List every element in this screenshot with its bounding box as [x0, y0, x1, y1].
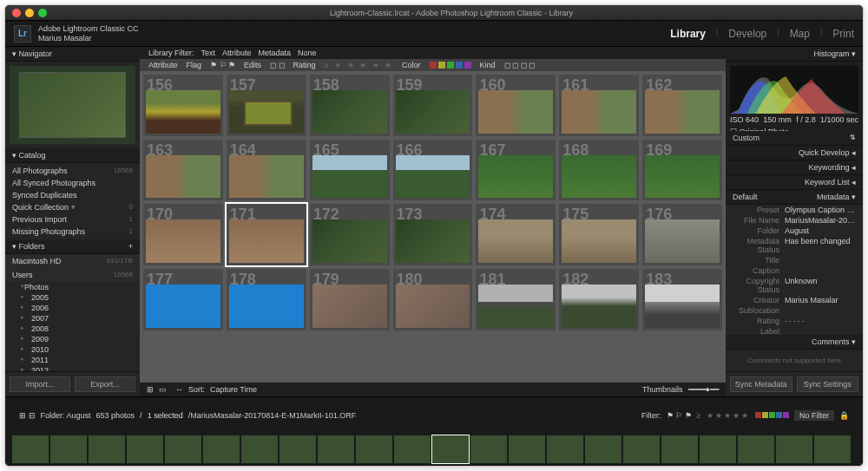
users-folder[interactable]: Users16568	[5, 268, 140, 282]
thumbnail-171[interactable]: 171	[227, 204, 306, 265]
filmstrip-thumb[interactable]	[776, 435, 812, 463]
folders-header[interactable]: ▾ Folders+	[5, 239, 140, 254]
folder-2009[interactable]: 2009	[5, 334, 140, 344]
meta-rating[interactable]: Rating· · · · ·	[726, 316, 863, 326]
meta-preset[interactable]: PresetOlympus Caption Clea...	[726, 205, 863, 215]
thumbnail-176[interactable]: 176	[642, 204, 722, 265]
filmstrip-thumb[interactable]	[700, 435, 736, 463]
filter-text[interactable]: Text	[201, 49, 216, 57]
filter-attribute[interactable]: Attribute	[222, 49, 252, 57]
thumbnail-178[interactable]: 178	[227, 269, 306, 330]
meta-copyright-status[interactable]: Copyright StatusUnknown	[726, 276, 863, 295]
import-button[interactable]: Import...	[10, 376, 70, 392]
thumbnail-156[interactable]: 156	[143, 75, 223, 136]
thumbnail-174[interactable]: 174	[476, 204, 556, 265]
meta-folder[interactable]: FolderAugust	[726, 226, 863, 236]
thumbnail-182[interactable]: 182	[559, 269, 639, 330]
meta-file-name[interactable]: File NameMariusMasalar-20170814-E-M1Mark…	[726, 215, 863, 226]
folder-2007[interactable]: 2007	[5, 313, 140, 324]
thumbnail-167[interactable]: 167	[476, 140, 556, 201]
navigator-header[interactable]: ▾ Navigator	[5, 47, 140, 62]
thumbnail-180[interactable]: 180	[393, 269, 473, 330]
catalog-quick[interactable]: Quick Collection +0	[5, 201, 140, 213]
filmstrip-thumb[interactable]	[814, 435, 851, 463]
filter-none[interactable]: None	[298, 49, 317, 57]
module-print[interactable]: Print	[832, 28, 854, 40]
catalog-prev-import[interactable]: Previous Import1	[5, 213, 140, 226]
filmstrip[interactable]	[5, 433, 863, 466]
filmstrip-thumb[interactable]	[470, 435, 507, 463]
sync-settings-button[interactable]: Sync Settings	[797, 376, 859, 392]
folder-2010[interactable]: 2010	[5, 344, 140, 355]
navigator-preview[interactable]	[10, 66, 135, 144]
thumbnail-158[interactable]: 158	[310, 75, 390, 136]
thumbnail-slider[interactable]: ━━━━●━━	[688, 385, 719, 394]
folder-2005[interactable]: 2005	[5, 292, 140, 303]
histogram-header[interactable]: Histogram ▾	[726, 47, 863, 62]
thumbnail-183[interactable]: 183	[642, 269, 722, 330]
filmstrip-thumb[interactable]	[241, 435, 278, 463]
filmstrip-thumb[interactable]	[432, 435, 469, 463]
filmstrip-thumb[interactable]	[509, 435, 545, 463]
thumbnail-170[interactable]: 170	[143, 204, 223, 265]
folder-2008[interactable]: 2008	[5, 324, 140, 334]
catalog-all-photos[interactable]: All Photographs16569	[5, 165, 140, 177]
histogram[interactable]: ISO 640 150 mm f / 2.8 1/1000 sec ☐ Orig…	[726, 62, 863, 131]
thumbnail-168[interactable]: 168	[559, 140, 639, 201]
export-button[interactable]: Export...	[75, 376, 135, 392]
meta-sublocation[interactable]: Sublocation	[726, 305, 863, 316]
thumbnail-160[interactable]: 160	[476, 75, 556, 136]
thumbnail-175[interactable]: 175	[559, 204, 639, 265]
catalog-missing[interactable]: Missing Photographs1	[5, 226, 140, 238]
filmstrip-thumb[interactable]	[547, 435, 583, 463]
close-icon[interactable]	[12, 9, 21, 17]
grid-view-icon[interactable]: ⊞	[147, 385, 154, 394]
filmstrip-thumb[interactable]	[12, 435, 49, 463]
meta-label[interactable]: Label	[726, 326, 863, 335]
filter-metadata[interactable]: Metadata	[259, 49, 292, 57]
filmstrip-thumb[interactable]	[585, 435, 621, 463]
thumbnail-179[interactable]: 179	[310, 269, 390, 330]
thumbnail-159[interactable]: 159	[393, 75, 473, 136]
thumbnail-157[interactable]: 157	[227, 75, 306, 136]
sync-metadata-button[interactable]: Sync Metadata	[730, 376, 792, 392]
folder-2011[interactable]: 2011	[5, 355, 140, 365]
thumbnail-177[interactable]: 177	[143, 269, 223, 330]
thumbnail-172[interactable]: 172	[310, 204, 390, 265]
comments-header[interactable]: Comments ▾	[726, 335, 863, 350]
meta-title[interactable]: Title	[726, 255, 863, 265]
catalog-synced[interactable]: All Synced Photographs	[5, 177, 140, 189]
keywording-header[interactable]: Keywording ◂	[726, 160, 863, 175]
keyword-list-header[interactable]: Keyword List ◂	[726, 175, 863, 190]
metadata-header[interactable]: DefaultMetadata ▾	[726, 190, 863, 205]
loupe-view-icon[interactable]: ▭	[159, 385, 167, 394]
filmstrip-thumb[interactable]	[738, 435, 774, 463]
folder-2012[interactable]: 2012	[5, 365, 140, 371]
filter-preset[interactable]: No Filter	[794, 410, 834, 421]
thumbnail-161[interactable]: 161	[559, 75, 639, 136]
catalog-synced-dup[interactable]: Synced Duplicates	[5, 189, 140, 201]
filmstrip-thumb[interactable]	[203, 435, 240, 463]
sort-dropdown[interactable]: Capture Time	[210, 385, 257, 394]
module-map[interactable]: Map	[790, 28, 810, 40]
filmstrip-thumb[interactable]	[318, 435, 354, 463]
thumbnail-173[interactable]: 173	[393, 204, 473, 265]
meta-metadata-status[interactable]: Metadata StatusHas been changed	[726, 236, 863, 255]
thumbnail-165[interactable]: 165	[310, 140, 390, 201]
filter-lock-icon[interactable]: 🔒	[839, 411, 849, 420]
quick-develop-header[interactable]: Quick Develop ◂	[726, 146, 863, 160]
volume-header[interactable]: Macintosh HD631/1TB	[5, 254, 140, 268]
filmstrip-thumb[interactable]	[356, 435, 392, 463]
thumbnail-164[interactable]: 164	[227, 140, 306, 201]
filmstrip-thumb[interactable]	[89, 435, 125, 463]
module-develop[interactable]: Develop	[728, 28, 766, 40]
filmstrip-thumb[interactable]	[50, 435, 87, 463]
filmstrip-thumb[interactable]	[127, 435, 163, 463]
meta-creator[interactable]: CreatorMarius Masalar	[726, 295, 863, 305]
thumbnail-grid[interactable]: 1561571581591601611621631641651661671681…	[140, 71, 726, 383]
filmstrip-thumb[interactable]	[623, 435, 660, 463]
filmstrip-thumb[interactable]	[165, 435, 201, 463]
thumbnail-163[interactable]: 163	[143, 140, 223, 201]
custom-preset[interactable]: Custom⇅	[726, 131, 863, 146]
meta-caption[interactable]: Caption	[726, 265, 863, 276]
